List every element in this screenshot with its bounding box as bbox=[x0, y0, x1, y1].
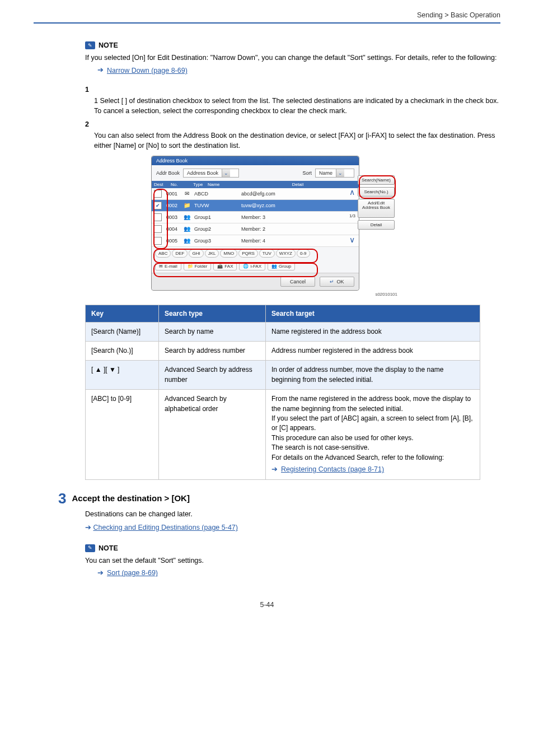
detail-button[interactable]: Detail bbox=[358, 220, 395, 230]
arrow-icon: ➔ bbox=[97, 65, 104, 76]
alpha-TUV[interactable]: TUV bbox=[259, 249, 275, 258]
table-row: [Search (No.)] bbox=[86, 341, 159, 360]
ref-narrow-down[interactable]: Narrow Down (page 8-69) bbox=[107, 66, 188, 76]
addr-book-dropdown-icon[interactable]: ⌄ bbox=[222, 169, 230, 177]
hdr-type: Type bbox=[191, 182, 205, 187]
table-row: [Search (Name)] bbox=[86, 322, 159, 341]
tab-fax[interactable]: 📠FAX bbox=[213, 262, 237, 270]
row-checkbox[interactable] bbox=[154, 213, 162, 221]
search-name-button[interactable]: Search(Name) bbox=[358, 175, 395, 185]
page-number: 5-44 bbox=[34, 601, 500, 626]
scroll-down-icon[interactable]: ∨ bbox=[349, 235, 355, 244]
sort-label: Sort bbox=[302, 170, 312, 176]
th-key: Key bbox=[86, 305, 159, 322]
email-icon: ✉ bbox=[185, 190, 189, 197]
dest-type-tabs: ✉E-mail 📁Folder 📠FAX 🌐i-FAX 👥Group bbox=[152, 260, 359, 273]
note-heading: NOTE bbox=[99, 40, 118, 50]
row-checkbox[interactable] bbox=[154, 190, 162, 198]
arrow-icon: ➔ bbox=[271, 464, 278, 475]
alpha-WXYZ[interactable]: WXYZ bbox=[276, 249, 296, 258]
panel-title: Address Book bbox=[152, 156, 359, 165]
hdr-detail: Detail bbox=[257, 182, 339, 187]
step-2-text: You can also select from the Address Boo… bbox=[94, 130, 500, 151]
th-search: Search type bbox=[159, 305, 266, 322]
hdr-no: No. bbox=[168, 182, 191, 187]
step-2-label: 2 bbox=[85, 120, 500, 128]
ref-sort[interactable]: Sort (page 8-69) bbox=[107, 568, 158, 578]
cancel-button[interactable]: Cancel bbox=[280, 277, 315, 287]
address-book-panel: Address Book Addr Book Address Book ⌄ So… bbox=[151, 156, 359, 291]
note-text: If you selected [On] for Edit Destinatio… bbox=[85, 53, 500, 63]
row-checkbox[interactable]: ✔ bbox=[154, 202, 162, 209]
sort-dropdown-icon[interactable]: ⌄ bbox=[336, 169, 344, 177]
add-edit-addrbook-button[interactable]: Add/Edit Address Book bbox=[358, 199, 395, 218]
ok-button[interactable]: ↵OK bbox=[320, 277, 354, 287]
list-item[interactable]: 0005 👥 Group3 Member: 4 bbox=[152, 235, 359, 247]
arrow-icon: ➔ bbox=[85, 523, 91, 531]
list-item[interactable]: 0003 👥 Group1 Member: 3 bbox=[152, 212, 359, 223]
row-checkbox[interactable] bbox=[154, 237, 162, 245]
row-checkbox[interactable] bbox=[154, 225, 162, 233]
list-item[interactable]: 0004 👥 Group2 Member: 2 bbox=[152, 223, 359, 235]
list-item[interactable]: ✔ 0002 📁 TUVW tuvw@xyz.com bbox=[152, 200, 359, 212]
scroll-up-icon[interactable]: ∧ bbox=[349, 188, 355, 197]
folder-icon: 📁 bbox=[184, 202, 190, 208]
step-number-3: 3 bbox=[58, 491, 66, 506]
page-indicator: 1/3 bbox=[349, 213, 355, 218]
note-heading: NOTE bbox=[99, 543, 118, 553]
address-list: 0001 ✉ ABCD abcd@efg.com ✔ 0002 📁 TUVW t… bbox=[152, 188, 359, 247]
search-key-table: Key Search type Search target [Search (N… bbox=[85, 305, 480, 480]
group-icon: 👥 bbox=[184, 214, 190, 220]
list-item[interactable]: 0001 ✉ ABCD abcd@efg.com bbox=[152, 188, 359, 200]
th-target: Search target bbox=[266, 305, 480, 322]
ref-registering-contacts[interactable]: Registering Contacts (page 8-71) bbox=[281, 464, 384, 474]
step-1-label: 1 bbox=[85, 86, 500, 94]
step-3-body: Destinations can be changed later. bbox=[85, 509, 500, 519]
tab-group[interactable]: 👥Group bbox=[268, 262, 295, 270]
tab-folder[interactable]: 📁Folder bbox=[184, 262, 212, 270]
sort-dropdown[interactable]: Name bbox=[316, 170, 336, 176]
alpha-0-9[interactable]: 0-9 bbox=[297, 249, 310, 258]
group-icon: 👥 bbox=[184, 226, 190, 232]
tab-ifax[interactable]: 🌐i-FAX bbox=[239, 262, 265, 270]
note-icon: ✎ bbox=[85, 41, 95, 49]
alpha-tabs: ABC DEF GHI JKL MNO PQRS TUV WXYZ 0-9 bbox=[152, 247, 359, 260]
arrow-icon: ➔ bbox=[97, 568, 104, 578]
header-rule bbox=[34, 22, 500, 24]
figure-ref: s02010101 bbox=[151, 292, 397, 297]
alpha-DEF[interactable]: DEF bbox=[172, 249, 188, 258]
note2-text: You can set the default "Sort" settings. bbox=[85, 556, 500, 566]
alpha-JKL[interactable]: JKL bbox=[205, 249, 219, 258]
step-1-text: 1 Select [ ] of destination checkbox to … bbox=[94, 96, 500, 116]
search-no-button[interactable]: Search(No.) bbox=[358, 187, 395, 197]
note-icon: ✎ bbox=[85, 544, 95, 552]
alpha-ABC[interactable]: ABC bbox=[155, 249, 171, 258]
header-breadcrumb: Sending > Basic Operation bbox=[417, 11, 500, 19]
tab-email[interactable]: ✉E-mail bbox=[155, 262, 181, 270]
step-3-title: Accept the destination > [OK] bbox=[72, 491, 189, 503]
hdr-name: Name bbox=[205, 182, 257, 187]
alpha-PQRS[interactable]: PQRS bbox=[238, 249, 258, 258]
addr-book-dropdown[interactable]: Address Book bbox=[184, 170, 222, 176]
alpha-GHI[interactable]: GHI bbox=[189, 249, 203, 258]
hdr-dest: Dest bbox=[152, 182, 168, 187]
addr-book-label: Addr Book bbox=[156, 170, 180, 176]
group-icon: 👥 bbox=[184, 237, 190, 244]
table-row: [ABC] to [0-9] bbox=[86, 390, 159, 480]
table-row: [ ▲ ][ ▼ ] bbox=[86, 361, 159, 390]
ref-check-edit-dest[interactable]: Checking and Editing Destinations (page … bbox=[93, 524, 238, 531]
alpha-MNO[interactable]: MNO bbox=[220, 249, 237, 258]
